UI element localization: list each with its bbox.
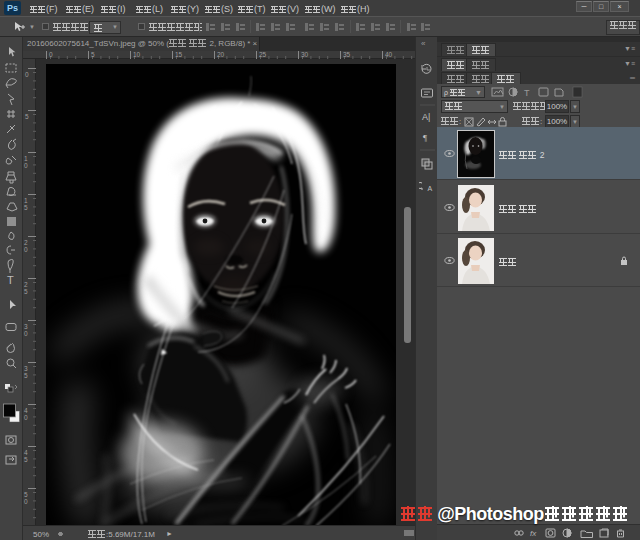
svg-text:40: 40	[385, 51, 393, 58]
svg-text:¶: ¶	[423, 133, 427, 143]
svg-text:T: T	[7, 274, 14, 286]
svg-text:35: 35	[343, 51, 351, 58]
svg-text:fx: fx	[530, 529, 537, 538]
svg-text:5: 5	[24, 456, 28, 463]
svg-text:5: 5	[91, 51, 95, 58]
svg-text:5: 5	[24, 288, 28, 295]
svg-text:0: 0	[24, 498, 28, 505]
svg-text:25: 25	[259, 51, 267, 58]
svg-text:10: 10	[133, 51, 141, 58]
svg-text:2: 2	[24, 281, 28, 288]
svg-text:5: 5	[25, 113, 29, 120]
svg-text:15: 15	[175, 51, 183, 58]
svg-text:3: 3	[24, 323, 28, 330]
svg-text:20: 20	[217, 51, 225, 58]
svg-text:5: 5	[24, 491, 28, 498]
svg-text:1: 1	[24, 197, 28, 204]
svg-text:5: 5	[24, 204, 28, 211]
svg-text:4: 4	[24, 407, 28, 414]
svg-text:1: 1	[24, 155, 28, 162]
svg-text:0: 0	[25, 71, 29, 78]
svg-text:T: T	[524, 88, 530, 98]
svg-text:5: 5	[24, 372, 28, 379]
svg-text:0: 0	[49, 51, 53, 58]
svg-text:3: 3	[24, 365, 28, 372]
svg-text:A: A	[428, 185, 433, 192]
svg-text:2: 2	[24, 239, 28, 246]
svg-text:A|: A|	[422, 112, 430, 122]
svg-text:0: 0	[24, 162, 28, 169]
svg-text:0: 0	[24, 330, 28, 337]
svg-text:0: 0	[24, 246, 28, 253]
svg-text:4: 4	[24, 449, 28, 456]
svg-text:0: 0	[24, 414, 28, 421]
svg-text:30: 30	[301, 51, 309, 58]
